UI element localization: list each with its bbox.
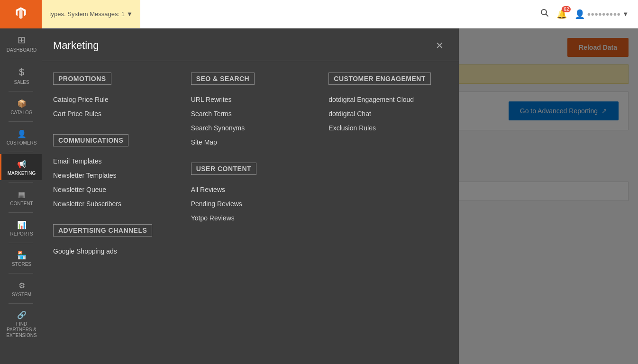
sidebar-item-catalog[interactable]: 📦 CATALOG: [0, 93, 42, 119]
promotions-section-title: Promotions: [53, 73, 111, 85]
customer-engagement-section: Customer Engagement dotdigital Engagemen…: [328, 73, 447, 135]
dropdown-icon[interactable]: ▼: [127, 10, 133, 18]
user-content-section: User Content All Reviews Pending Reviews…: [191, 163, 310, 225]
menu-items-user-content: All Reviews Pending Reviews Yotpo Review…: [191, 182, 310, 225]
marketing-column-2: SEO & Search URL Rewrites Search Terms S…: [191, 73, 310, 353]
newsletter-templates-link[interactable]: Newsletter Templates: [53, 168, 172, 182]
dashboard-icon: ⊞: [18, 34, 26, 46]
system-messages-label: System Messages: 1: [67, 10, 125, 18]
seo-search-section: SEO & Search URL Rewrites Search Terms S…: [191, 73, 310, 149]
user-avatar-icon: 👤: [574, 9, 585, 19]
page-content: Reload Data reports tailored to Go to Ad…: [42, 28, 638, 364]
sidebar-item-label: REPORTS: [10, 231, 33, 237]
user-name: ●●●●●●●●●: [587, 10, 620, 18]
notification-badge: 62: [562, 6, 571, 12]
url-rewrites-link[interactable]: URL Rewrites: [191, 92, 310, 107]
sidebar: ⊞ DASHBOARD $ SALES 📦 CATALOG 👤 CUSTOMER…: [0, 0, 42, 364]
sidebar-item-label: DASHBOARD: [7, 47, 36, 53]
user-menu[interactable]: 👤 ●●●●●●●●● ▼: [574, 9, 629, 19]
stores-icon: 🏪: [17, 251, 27, 260]
marketing-column-3: Customer Engagement dotdigital Engagemen…: [328, 73, 447, 353]
marketing-close-button[interactable]: ✕: [432, 38, 447, 53]
sidebar-item-reports[interactable]: 📊 REPORTS: [0, 215, 42, 241]
sidebar-item-label: SALES: [14, 80, 29, 85]
sidebar-item-label: STORES: [12, 262, 31, 267]
system-icon: ⚙: [18, 281, 25, 290]
communications-section-title: Communications: [53, 134, 128, 146]
sidebar-item-label: FIND PARTNERS & EXTENSIONS: [3, 321, 40, 338]
google-shopping-ads-link[interactable]: Google Shopping ads: [53, 244, 172, 258]
all-reviews-link[interactable]: All Reviews: [191, 182, 310, 197]
catalog-icon: 📦: [17, 99, 27, 108]
sidebar-divider: [9, 182, 34, 182]
marketing-header: Marketing ✕: [42, 28, 459, 61]
sidebar-divider: [9, 273, 34, 273]
marketing-body: Promotions Catalog Price Rule Cart Price…: [42, 61, 459, 364]
find-partners-icon: 🔗: [17, 310, 27, 319]
topbar: types. System Messages: 1 ▼ 🔔 62 👤 ●●●●●…: [42, 0, 638, 28]
sidebar-divider: [9, 152, 34, 152]
sidebar-item-label: CUSTOMERS: [7, 140, 37, 146]
catalog-price-rule-link[interactable]: Catalog Price Rule: [53, 92, 172, 107]
sidebar-divider: [9, 212, 34, 213]
topbar-right: 🔔 62 👤 ●●●●●●●●● ▼: [540, 9, 629, 19]
advertising-channels-section-title: Advertising Channels: [53, 224, 152, 237]
marketing-panel-title: Marketing: [53, 39, 99, 52]
newsletter-queue-link[interactable]: Newsletter Queue: [53, 182, 172, 197]
sidebar-item-customers[interactable]: 👤 CUSTOMERS: [0, 124, 42, 150]
sidebar-item-label: MARKETING: [8, 171, 36, 176]
dotdigital-engagement-cloud-link[interactable]: dotdigital Engagement Cloud: [328, 92, 447, 107]
search-synonyms-link[interactable]: Search Synonyms: [191, 121, 310, 135]
sidebar-item-dashboard[interactable]: ⊞ DASHBOARD: [0, 28, 42, 57]
cart-price-rules-link[interactable]: Cart Price Rules: [53, 107, 172, 121]
sidebar-item-find-partners[interactable]: 🔗 FIND PARTNERS & EXTENSIONS: [0, 306, 42, 343]
menu-items-customer-engagement: dotdigital Engagement Cloud dotdigital C…: [328, 92, 447, 135]
sidebar-divider: [9, 303, 34, 304]
customer-engagement-section-title: Customer Engagement: [328, 73, 431, 85]
yotpo-reviews-link[interactable]: Yotpo Reviews: [191, 211, 310, 225]
main-area: types. System Messages: 1 ▼ 🔔 62 👤 ●●●●●…: [42, 0, 638, 364]
sidebar-divider: [9, 91, 34, 91]
sidebar-item-label: CATALOG: [10, 110, 32, 116]
site-map-link[interactable]: Site Map: [191, 135, 310, 149]
exclusion-rules-link[interactable]: Exclusion Rules: [328, 121, 447, 135]
promotions-section: Promotions Catalog Price Rule Cart Price…: [53, 73, 172, 121]
dotdigital-chat-link[interactable]: dotdigital Chat: [328, 107, 447, 121]
notification-bell[interactable]: 🔔 62: [556, 9, 567, 19]
system-message-text: types.: [49, 10, 66, 18]
menu-items-promotions: Catalog Price Rule Cart Price Rules: [53, 92, 172, 121]
sidebar-item-marketing[interactable]: 📢 MARKETING: [0, 154, 42, 180]
communications-section: Communications Email Templates Newslette…: [53, 134, 172, 211]
seo-search-section-title: SEO & Search: [191, 73, 255, 85]
marketing-column-1: Promotions Catalog Price Rule Cart Price…: [53, 73, 172, 353]
sidebar-item-label: CONTENT: [10, 201, 33, 207]
sidebar-divider: [9, 121, 34, 122]
marketing-icon: 📢: [17, 160, 27, 169]
sidebar-item-label: SYSTEM: [12, 292, 31, 298]
svg-line-1: [546, 14, 548, 17]
customers-icon: 👤: [17, 129, 27, 138]
search-terms-link[interactable]: Search Terms: [191, 107, 310, 121]
magento-logo[interactable]: [0, 0, 42, 28]
sidebar-item-stores[interactable]: 🏪 STORES: [0, 245, 42, 271]
menu-items-advertising: Google Shopping ads: [53, 244, 172, 258]
pending-reviews-link[interactable]: Pending Reviews: [191, 197, 310, 211]
marketing-panel: Marketing ✕ Promotions Catalog Price Rul…: [42, 28, 459, 364]
advertising-channels-section: Advertising Channels Google Shopping ads: [53, 224, 172, 258]
sales-icon: $: [19, 67, 24, 78]
user-content-section-title: User Content: [191, 163, 256, 175]
menu-items-communications: Email Templates Newsletter Templates New…: [53, 154, 172, 211]
sidebar-divider: [9, 243, 34, 243]
sidebar-item-system[interactable]: ⚙ SYSTEM: [0, 275, 42, 301]
sidebar-item-content[interactable]: ▦ CONTENT: [0, 184, 42, 210]
search-button[interactable]: [540, 9, 549, 19]
reports-icon: 📊: [17, 220, 27, 229]
email-templates-link[interactable]: Email Templates: [53, 154, 172, 168]
content-icon: ▦: [18, 190, 25, 199]
close-icon: ✕: [436, 40, 444, 51]
sidebar-item-sales[interactable]: $ SALES: [0, 61, 42, 89]
menu-items-seo: URL Rewrites Search Terms Search Synonym…: [191, 92, 310, 149]
newsletter-subscribers-link[interactable]: Newsletter Subscribers: [53, 197, 172, 211]
sidebar-divider: [9, 59, 34, 59]
user-dropdown-icon: ▼: [622, 10, 629, 18]
